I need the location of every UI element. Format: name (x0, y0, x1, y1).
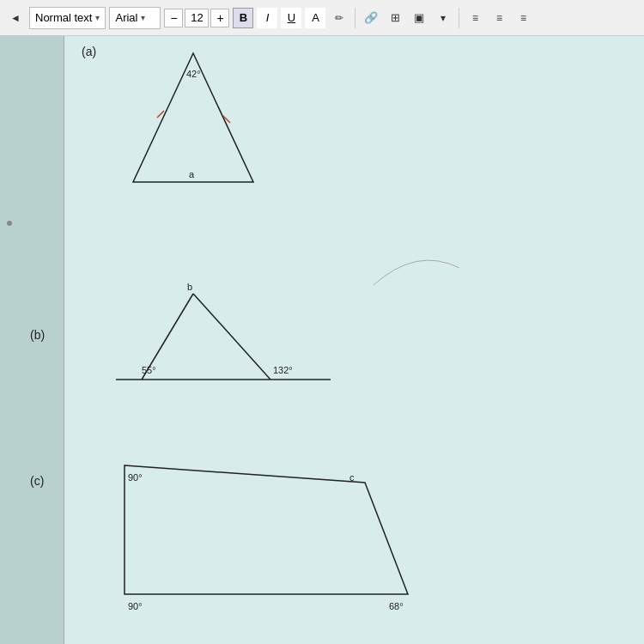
bold-button[interactable]: B (233, 8, 253, 28)
font-chevron-icon: ▾ (141, 13, 145, 22)
trapezoid-c-svg: 90° c 90° 68° (116, 457, 425, 611)
svg-text:c: c (349, 472, 355, 483)
align-right-icon[interactable]: ≡ (489, 8, 509, 28)
divider-1 (355, 8, 355, 28)
image-dropdown-icon[interactable]: ▾ (433, 8, 453, 28)
italic-button[interactable]: I (257, 8, 277, 28)
font-color-button[interactable]: A (305, 8, 325, 28)
font-dropdown[interactable]: Arial ▾ (109, 7, 161, 29)
image-icon[interactable]: ▣ (409, 8, 429, 28)
margin-dot (7, 221, 12, 226)
underline-button[interactable]: U (281, 8, 301, 28)
triangle-a-svg: 42° a (116, 45, 270, 199)
svg-text:42°: 42° (186, 69, 201, 79)
figure-b: (b) b 55° 132° (116, 276, 339, 400)
font-size-value: 12 (185, 9, 209, 27)
pen-icon[interactable]: ✏ (329, 8, 349, 28)
svg-text:90°: 90° (128, 472, 143, 483)
svg-text:55°: 55° (142, 365, 156, 375)
document-page[interactable]: (a) 42° a (b) (64, 36, 644, 644)
align-center-icon[interactable]: ≡ (465, 8, 485, 28)
triangle-b-svg: b 55° 132° (116, 276, 339, 397)
svg-text:b: b (187, 282, 192, 292)
content-area: (a) 42° a (b) (0, 36, 644, 644)
style-dropdown[interactable]: Normal text ▾ (29, 7, 106, 29)
increase-size-button[interactable]: + (210, 9, 229, 27)
toolbar: ◄ Normal text ▾ Arial ▾ − 12 + B I U A ✏… (0, 0, 644, 36)
back-arrow-icon[interactable]: ◄ (5, 8, 26, 28)
style-chevron-icon: ▾ (95, 13, 100, 22)
svg-text:68°: 68° (389, 601, 404, 611)
svg-text:90°: 90° (128, 601, 143, 611)
figure-b-label: (b) (30, 328, 45, 342)
svg-text:a: a (189, 169, 195, 179)
svg-text:132°: 132° (273, 365, 293, 375)
table-icon[interactable]: ⊞ (385, 8, 405, 28)
align-justify-icon[interactable]: ≡ (513, 8, 533, 28)
font-size-control: − 12 + (164, 9, 229, 27)
style-label: Normal text (35, 11, 92, 24)
figure-c: (c) 90° c 90° 68° (116, 457, 425, 615)
link-icon[interactable]: 🔗 (361, 8, 381, 28)
figure-a: (a) 42° a (116, 45, 270, 203)
figure-c-label: (c) (30, 474, 44, 488)
svg-line-7 (193, 294, 270, 380)
svg-marker-11 (125, 465, 408, 594)
figure-a-label: (a) (82, 45, 96, 58)
divider-2 (459, 8, 459, 28)
decorative-curve (365, 242, 468, 294)
font-label: Arial (115, 11, 137, 24)
decrease-size-button[interactable]: − (164, 9, 183, 27)
